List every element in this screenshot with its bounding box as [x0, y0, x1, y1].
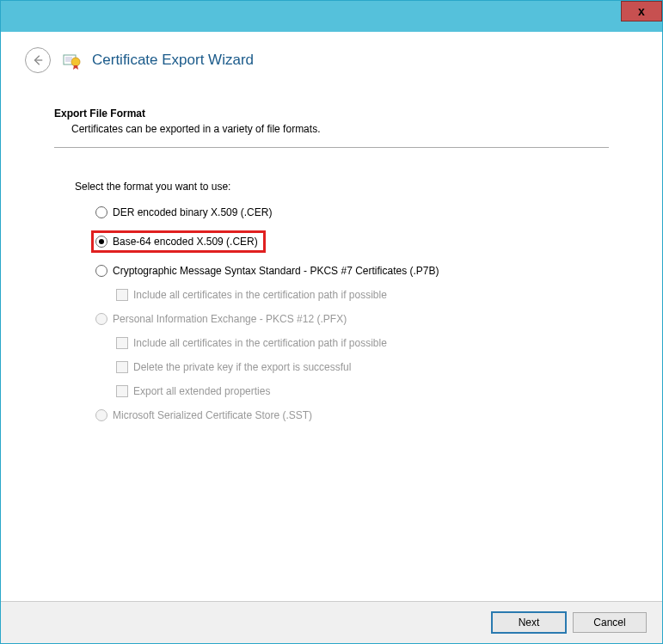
radio-label-sst: Microsoft Serialized Certificate Store (…: [113, 409, 312, 421]
next-button[interactable]: Next: [492, 612, 566, 633]
radio-pkcs7[interactable]: Cryptographic Message Syntax Standard - …: [95, 265, 609, 277]
close-button[interactable]: x: [621, 1, 662, 21]
back-button[interactable]: [25, 47, 51, 73]
radio-input-der[interactable]: [95, 206, 107, 218]
radio-label-pkcs7: Cryptographic Message Syntax Standard - …: [113, 265, 439, 277]
wizard-footer: Next Cancel: [1, 601, 662, 643]
radio-input-base64[interactable]: [95, 236, 107, 248]
format-options: DER encoded binary X.509 (.CER) Base-64 …: [54, 206, 609, 421]
export-wizard-window: x Certificate Export Wizard Export File …: [0, 0, 663, 644]
radio-label-pfx: Personal Information Exchange - PKCS #12…: [113, 313, 347, 325]
checkbox-label-pfx-delete: Delete the private key if the export is …: [133, 361, 351, 373]
section-description: Certificates can be exported in a variet…: [54, 123, 609, 135]
radio-input-sst: [95, 409, 107, 421]
cancel-button[interactable]: Cancel: [573, 612, 647, 633]
checkbox-label-pfx-export: Export all extended properties: [133, 385, 270, 397]
radio-input-pfx: [95, 313, 107, 325]
divider: [54, 147, 609, 148]
radio-sst: Microsoft Serialized Certificate Store (…: [95, 409, 609, 421]
radio-der[interactable]: DER encoded binary X.509 (.CER): [95, 206, 609, 218]
checkbox-input-pkcs7-include: [116, 289, 128, 301]
radio-label-der: DER encoded binary X.509 (.CER): [113, 206, 272, 218]
back-arrow-icon: [32, 54, 44, 66]
radio-input-pkcs7[interactable]: [95, 265, 107, 277]
checkbox-input-pfx-delete: [116, 361, 128, 373]
svg-point-2: [71, 58, 80, 66]
checkbox-input-pfx-export: [116, 385, 128, 397]
checkbox-pfx-include: Include all certificates in the certific…: [95, 337, 609, 349]
checkbox-pfx-export: Export all extended properties: [95, 385, 609, 397]
checkbox-pkcs7-include: Include all certificates in the certific…: [95, 289, 609, 301]
radio-label-base64: Base-64 encoded X.509 (.CER): [113, 236, 258, 248]
checkbox-input-pfx-include: [116, 337, 128, 349]
section-heading: Export File Format: [54, 107, 609, 120]
highlight-box: Base-64 encoded X.509 (.CER): [91, 230, 266, 253]
wizard-title: Certificate Export Wizard: [92, 52, 254, 69]
certificate-wizard-icon: [61, 50, 82, 71]
wizard-header: Certificate Export Wizard: [1, 32, 662, 85]
checkbox-label-pfx-include: Include all certificates in the certific…: [133, 337, 387, 349]
radio-pfx: Personal Information Exchange - PKCS #12…: [95, 313, 609, 325]
checkbox-pfx-delete: Delete the private key if the export is …: [95, 361, 609, 373]
radio-base64[interactable]: Base-64 encoded X.509 (.CER): [95, 230, 609, 253]
wizard-content: Export File Format Certificates can be e…: [1, 85, 662, 601]
titlebar: x: [1, 1, 662, 32]
instruction-text: Select the format you want to use:: [54, 181, 609, 193]
checkbox-label-pkcs7-include: Include all certificates in the certific…: [133, 289, 387, 301]
